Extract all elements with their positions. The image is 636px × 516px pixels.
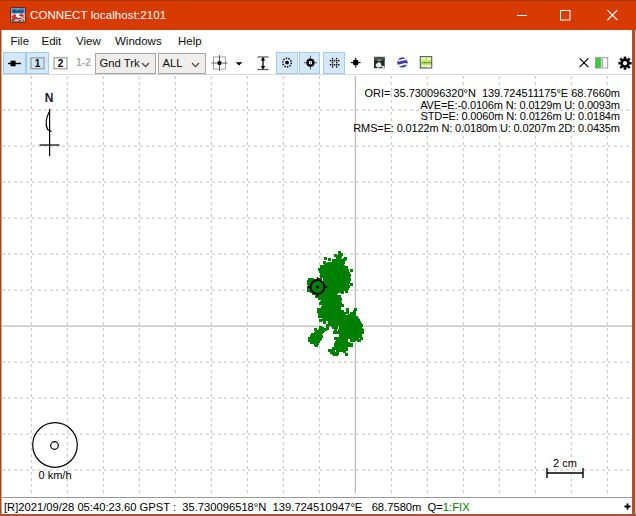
svg-text:ORI= 35.730096320°N 139.72451: ORI= 35.730096320°N 139.724511175°E 68.7… [365, 87, 621, 99]
svg-text:2: 2 [58, 58, 64, 69]
svg-text:STD=E: 0.0060m N: 0.0126m U: 0: STD=E: 0.0060m N: 0.0126m U: 0.0184m [421, 110, 620, 122]
svg-text:2 cm: 2 cm [553, 457, 577, 469]
svg-text:0 km/h: 0 km/h [38, 469, 71, 481]
svg-text:1: 1 [35, 58, 41, 69]
svg-text:RMS=E: 0.0122m N: 0.0180m U: 0: RMS=E: 0.0122m N: 0.0180m U: 0.0207m 2D:… [353, 122, 620, 134]
svg-text:AVE=E:-0.0106m N: 0.0129m U: 0: AVE=E:-0.0106m N: 0.0129m U: 0.0093m [420, 99, 620, 111]
svg-text:N: N [45, 91, 54, 105]
